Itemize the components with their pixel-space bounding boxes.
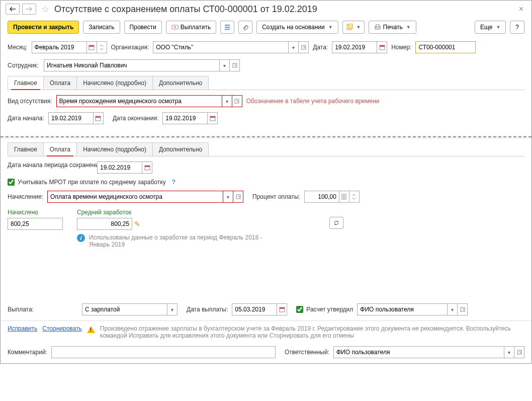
info-text: Использованы данные о заработке за перио… — [89, 234, 280, 248]
timesheet-note-link[interactable]: Обозначение в табеле учета рабочего врем… — [246, 98, 380, 105]
tab-payment-2[interactable]: Оплата — [43, 142, 77, 156]
payout-label: Выплата: — [8, 306, 78, 313]
dropdown-button[interactable]: ▾ — [222, 95, 232, 107]
chevron-down-icon: ▼ — [328, 25, 333, 30]
chevron-down-icon: ▼ — [496, 25, 500, 30]
warning-text: Произведено отражение зарплаты в бухгалт… — [100, 325, 524, 339]
toolbar: Провести и закрыть Записать Провести Вып… — [1, 18, 531, 40]
dropdown-button[interactable]: ▾ — [504, 346, 514, 358]
avg-earn-input[interactable] — [77, 218, 132, 230]
copy-button[interactable]: ▼ — [342, 21, 365, 34]
tab-accrued-detail-2[interactable]: Начислено (подробно) — [76, 142, 153, 156]
responsible-input[interactable] — [333, 346, 504, 358]
tab-payment[interactable]: Оплата — [43, 76, 77, 90]
date-input[interactable] — [332, 41, 377, 53]
svg-rect-5 — [376, 25, 379, 27]
approved-checkbox-input[interactable] — [296, 306, 303, 313]
open-button[interactable] — [233, 191, 243, 203]
number-input[interactable] — [415, 41, 476, 53]
svg-rect-18 — [145, 166, 150, 167]
accrued-input[interactable] — [8, 218, 63, 230]
list-button[interactable] — [220, 21, 234, 34]
more-button[interactable]: Еще▼ — [475, 21, 506, 34]
dropdown-button[interactable]: ▾ — [223, 191, 233, 203]
spinner-icon[interactable] — [97, 41, 107, 53]
print-button[interactable]: Печать▼ — [369, 21, 416, 34]
percent-input[interactable] — [304, 191, 339, 203]
calendar-icon[interactable] — [277, 303, 287, 315]
open-button[interactable] — [230, 59, 240, 71]
post-and-close-button[interactable]: Провести и закрыть — [8, 21, 79, 34]
approved-by-input[interactable] — [357, 303, 448, 315]
help-icon[interactable]: ? — [172, 179, 175, 186]
svg-rect-25 — [280, 307, 285, 309]
favorite-star-icon[interactable]: ☆ — [41, 4, 49, 15]
save-button[interactable]: Записать — [83, 21, 120, 34]
dropdown-button[interactable]: ▾ — [220, 59, 230, 71]
open-button[interactable] — [458, 303, 468, 315]
month-label: Месяц: — [8, 44, 28, 51]
tab-main[interactable]: Главное — [8, 76, 44, 90]
svg-rect-19 — [236, 195, 240, 199]
date-label: Дата: — [313, 44, 328, 51]
number-label: Номер: — [391, 44, 411, 51]
period-start-input[interactable] — [97, 162, 142, 174]
svg-rect-27 — [517, 350, 521, 354]
attach-button[interactable] — [238, 21, 252, 34]
refresh-button[interactable] — [329, 217, 343, 229]
close-button[interactable]: × — [516, 5, 526, 14]
external-icon — [236, 194, 241, 199]
avg-earn-label: Средний заработок — [77, 209, 280, 216]
nav-back-button[interactable] — [6, 4, 20, 15]
start-date-input[interactable] — [48, 112, 94, 124]
torn-separator — [1, 136, 531, 139]
calendar-icon[interactable] — [87, 41, 97, 53]
svg-rect-3 — [348, 24, 352, 29]
svg-rect-8 — [302, 45, 306, 49]
accrual-input[interactable] — [47, 191, 223, 203]
storno-link[interactable]: Сторнировать — [42, 325, 81, 332]
dropdown-button[interactable]: ▾ — [448, 303, 458, 315]
comment-input[interactable] — [51, 346, 276, 358]
open-button[interactable] — [514, 346, 524, 358]
tab-main-2[interactable]: Главное — [8, 142, 44, 156]
payout-date-input[interactable] — [232, 303, 277, 315]
mrot-checkbox[interactable]: Учитывать МРОТ при оплате по среднему за… — [8, 179, 166, 186]
list-icon — [224, 24, 231, 31]
open-button[interactable] — [232, 95, 242, 107]
correct-link[interactable]: Исправить — [8, 325, 37, 332]
calendar-icon[interactable] — [208, 112, 218, 124]
dropdown-button[interactable]: ▾ — [167, 303, 178, 315]
spinner-icon[interactable] — [349, 191, 360, 203]
svg-rect-7 — [89, 45, 94, 47]
create-on-basis-button[interactable]: Создать на основании▼ — [256, 21, 338, 34]
employee-input[interactable] — [44, 59, 220, 71]
tab-accrued-detail[interactable]: Начислено (подробно) — [76, 76, 153, 90]
payout-input[interactable] — [82, 303, 167, 315]
mrot-checkbox-input[interactable] — [8, 179, 15, 186]
accrued-label: Начислено — [8, 209, 63, 216]
paperclip-icon — [242, 24, 249, 31]
absence-type-input[interactable] — [56, 95, 222, 107]
info-icon: i — [77, 234, 85, 242]
pay-button[interactable]: Выплатить — [166, 21, 217, 34]
refresh-icon — [333, 219, 340, 226]
help-button[interactable]: ? — [510, 21, 524, 34]
edit-pencil-icon[interactable]: ✎ — [134, 220, 140, 228]
calculator-icon[interactable] — [339, 191, 349, 203]
open-button[interactable] — [299, 41, 309, 53]
tab-additional-2[interactable]: Дополнительно — [152, 142, 209, 156]
approved-checkbox[interactable]: Расчет утвердил — [296, 306, 353, 313]
chevron-down-icon: ▼ — [357, 25, 361, 30]
calendar-icon[interactable] — [94, 112, 104, 124]
month-input[interactable] — [32, 41, 87, 53]
post-button[interactable]: Провести — [124, 21, 162, 34]
tab-additional[interactable]: Дополнительно — [152, 76, 209, 90]
external-icon — [234, 99, 239, 104]
nav-forward-button[interactable] — [22, 4, 36, 15]
calendar-icon[interactable] — [377, 41, 387, 53]
org-input[interactable] — [153, 41, 289, 53]
end-date-input[interactable] — [162, 112, 208, 124]
calendar-icon[interactable] — [142, 162, 152, 174]
dropdown-button[interactable]: ▾ — [289, 41, 299, 53]
